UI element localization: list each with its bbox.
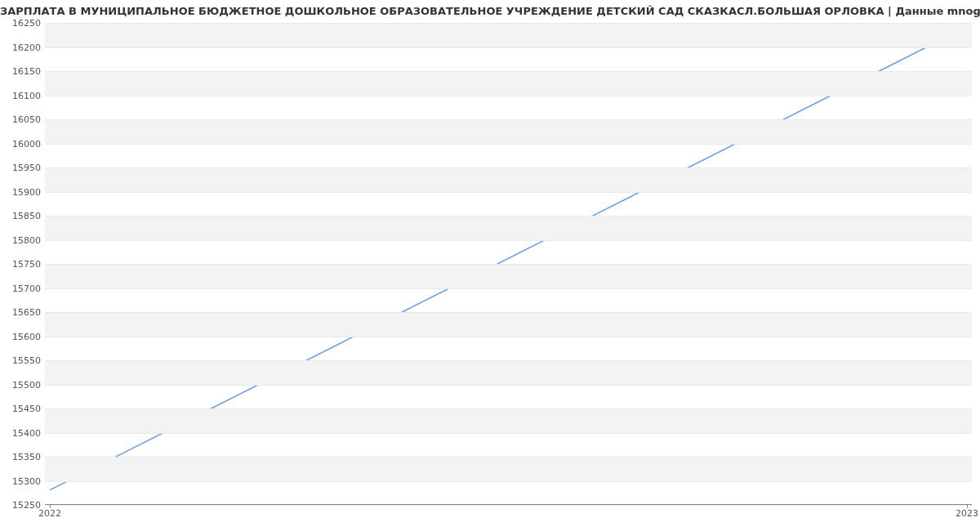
grid-band bbox=[45, 457, 972, 481]
grid-line bbox=[45, 23, 972, 24]
y-axis-tick-label: 16050 bbox=[4, 114, 41, 125]
grid-line bbox=[45, 457, 972, 457]
grid-line bbox=[45, 144, 972, 145]
chart-title: ЗАРПЛАТА В МУНИЦИПАЛЬНОЕ БЮДЖЕТНОЕ ДОШКО… bbox=[0, 5, 973, 17]
y-axis-tick-label: 16200 bbox=[4, 42, 41, 52]
y-axis-tick-label: 15850 bbox=[4, 211, 41, 221]
y-axis-tick-label: 15750 bbox=[4, 259, 41, 270]
y-axis-tick-label: 15350 bbox=[4, 452, 41, 462]
x-axis-tick-label: 2023 bbox=[956, 508, 978, 519]
plot-area: 1525015300153501540015450155001555015600… bbox=[45, 23, 972, 505]
y-axis-tick-label: 15700 bbox=[4, 283, 41, 293]
y-axis-tick-label: 15500 bbox=[4, 379, 41, 390]
grid-line bbox=[45, 360, 972, 361]
grid-line bbox=[45, 119, 972, 120]
grid-line bbox=[45, 167, 972, 168]
grid-line bbox=[45, 264, 972, 265]
y-axis-tick-label: 15550 bbox=[4, 355, 41, 366]
y-axis-tick-label: 15600 bbox=[4, 331, 41, 341]
grid-band bbox=[45, 360, 972, 385]
y-axis-tick-label: 15250 bbox=[4, 500, 41, 511]
grid-line bbox=[45, 312, 972, 313]
grid-band bbox=[45, 23, 972, 47]
grid-band bbox=[45, 264, 972, 288]
y-axis-tick-label: 15400 bbox=[4, 427, 41, 438]
y-axis-tick-label: 16000 bbox=[4, 138, 41, 149]
grid-line bbox=[45, 96, 972, 96]
grid-band bbox=[45, 408, 972, 433]
grid-line bbox=[45, 240, 972, 241]
grid-band bbox=[45, 312, 972, 337]
grid-line bbox=[45, 337, 972, 337]
grid-line bbox=[45, 216, 972, 216]
grid-line bbox=[45, 192, 972, 193]
grid-line bbox=[45, 385, 972, 386]
grid-line bbox=[45, 288, 972, 289]
grid-band bbox=[45, 216, 972, 240]
grid-band bbox=[45, 119, 972, 144]
grid-band bbox=[45, 71, 972, 96]
grid-line bbox=[45, 433, 972, 434]
chart-container: ЗАРПЛАТА В МУНИЦИПАЛЬНОЕ БЮДЖЕТНОЕ ДОШКО… bbox=[0, 0, 980, 531]
grid-line bbox=[45, 481, 972, 482]
grid-band bbox=[45, 167, 972, 192]
y-axis-tick-label: 15300 bbox=[4, 475, 41, 486]
x-axis-tick-label: 2022 bbox=[38, 508, 61, 519]
y-axis-tick-label: 15450 bbox=[4, 404, 41, 414]
y-axis-tick-label: 16150 bbox=[4, 66, 41, 77]
grid-line bbox=[45, 505, 972, 506]
y-axis-tick-label: 16100 bbox=[4, 90, 41, 100]
grid-line bbox=[45, 408, 972, 409]
grid-line bbox=[45, 47, 972, 48]
y-axis-tick-label: 15800 bbox=[4, 234, 41, 245]
y-axis-tick-label: 15650 bbox=[4, 307, 41, 318]
y-axis-tick-label: 16250 bbox=[4, 18, 41, 29]
grid-line bbox=[45, 71, 972, 72]
y-axis-tick-label: 15900 bbox=[4, 186, 41, 197]
y-axis-tick-label: 15950 bbox=[4, 163, 41, 173]
